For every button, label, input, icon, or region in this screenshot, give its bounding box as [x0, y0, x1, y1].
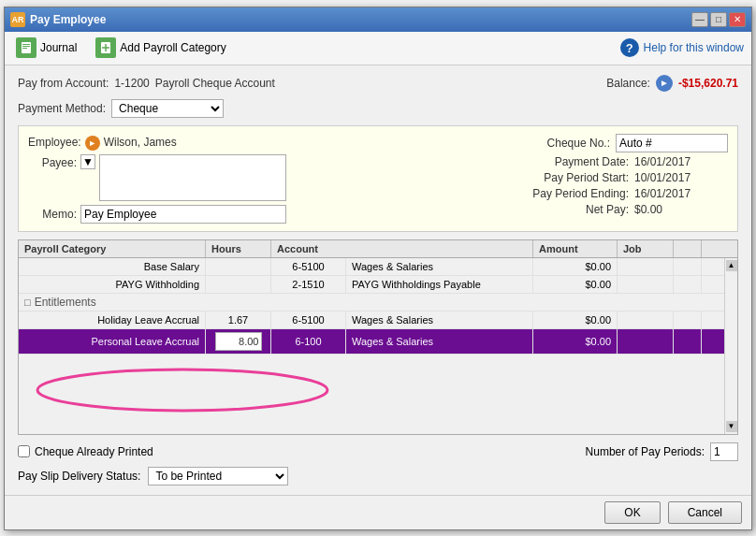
td-account-name: Wages & Salaries: [346, 258, 533, 275]
th-category: Payroll Category: [19, 240, 206, 257]
entitlement-header: □ Entitlements: [19, 294, 702, 311]
close-button[interactable]: ✕: [729, 12, 746, 27]
th-job: Job: [618, 240, 674, 257]
vertical-scrollbar[interactable]: ▲ ▼: [724, 258, 737, 434]
pay-from-name: Payroll Cheque Account: [155, 77, 275, 90]
employee-navigate-icon[interactable]: ►: [85, 136, 100, 151]
title-bar: AR Pay Employee — □ ✕: [5, 7, 751, 32]
td-account-name: Wages & Salaries: [346, 311, 533, 328]
td-job: [618, 258, 674, 275]
th-amount: Amount: [533, 240, 618, 257]
memo-input[interactable]: [80, 205, 286, 224]
window-title: Pay Employee: [30, 13, 106, 26]
collapse-icon[interactable]: □: [24, 297, 31, 308]
payment-date-row: Payment Date: 16/01/2017: [387, 155, 728, 168]
minimize-button[interactable]: —: [691, 12, 708, 27]
scroll-down-button[interactable]: ▼: [726, 421, 737, 432]
bottom-section: Cheque Already Printed Number of Pay Per…: [18, 442, 738, 485]
cheque-printed-row: Cheque Already Printed: [18, 445, 153, 458]
help-button[interactable]: ? Help for this window: [620, 38, 744, 57]
balance-amount: -$15,620.71: [678, 77, 738, 90]
bottom-row2: Pay Slip Delivery Status: To be Printed: [18, 467, 738, 485]
pay-from-row: Pay from Account: 1-1200 Payroll Cheque …: [18, 75, 738, 92]
cheque-no-label: Cheque No.:: [547, 137, 610, 150]
payee-textarea[interactable]: [99, 154, 286, 201]
balance-label: Balance:: [606, 77, 650, 90]
table-scroll-area: Base Salary 6-5100 Wages & Salaries $0.0…: [19, 258, 737, 434]
payment-method-label: Payment Method:: [18, 102, 106, 115]
pay-slip-label: Pay Slip Delivery Status:: [18, 470, 140, 483]
td-job: [618, 276, 674, 293]
pay-periods-input[interactable]: [710, 442, 738, 461]
balance-section: Balance: ► -$15,620.71: [606, 75, 738, 92]
window-icon: AR: [10, 12, 25, 27]
td-amount: $0.00: [533, 276, 618, 293]
balance-arrow-icon[interactable]: ►: [656, 75, 673, 92]
bottom-row1: Cheque Already Printed Number of Pay Per…: [18, 442, 738, 461]
net-pay-value: $0.00: [634, 203, 728, 216]
td-job: [618, 311, 674, 328]
payment-date-value: 16/01/2017: [634, 155, 728, 168]
toolbar-left: Journal Add Payroll Category: [12, 36, 230, 60]
journal-button[interactable]: Journal: [12, 36, 80, 60]
table-row[interactable]: PAYG Withholding 2-1510 PAYG Withholding…: [19, 276, 724, 294]
td-category: Base Salary: [19, 258, 206, 275]
td-account-code: 6-100: [271, 329, 346, 354]
cancel-button[interactable]: Cancel: [668, 501, 742, 524]
payment-method-select[interactable]: Cheque: [111, 99, 224, 118]
td-category: Holiday Leave Accrual: [19, 311, 206, 328]
footer: OK Cancel: [5, 495, 751, 529]
main-window: AR Pay Employee — □ ✕ Journal Add Payrol…: [4, 7, 752, 530]
th-extra: [674, 240, 702, 257]
memo-label: Memo:: [28, 208, 77, 221]
td-hours: 1.67: [206, 311, 271, 328]
td-hours: [206, 329, 271, 354]
table-row[interactable]: Holiday Leave Accrual 1.67 6-5100 Wages …: [19, 311, 724, 329]
add-payroll-icon: [95, 37, 116, 58]
table-inner: Base Salary 6-5100 Wages & Salaries $0.0…: [19, 258, 724, 434]
payee-row: Payee: ▼: [28, 154, 369, 201]
td-hours: [206, 276, 271, 293]
pay-period-start-label: Pay Period Start:: [544, 171, 629, 184]
td-category: PAYG Withholding: [19, 276, 206, 293]
hours-input[interactable]: [215, 332, 262, 351]
journal-label: Journal: [40, 41, 77, 54]
pay-from-label: Pay from Account:: [18, 77, 109, 90]
memo-row: Memo:: [28, 205, 369, 224]
add-payroll-label: Add Payroll Category: [120, 41, 225, 54]
td-extra: [674, 311, 702, 328]
pay-slip-select[interactable]: To be Printed: [148, 467, 288, 485]
table-row[interactable]: Base Salary 6-5100 Wages & Salaries $0.0…: [19, 258, 724, 276]
entitlement-label: Entitlements: [35, 296, 96, 309]
svg-rect-2: [22, 46, 30, 47]
cheque-printed-checkbox[interactable]: [18, 445, 30, 457]
maximize-button[interactable]: □: [710, 12, 727, 27]
pay-period-ending-label: Pay Period Ending:: [532, 187, 629, 200]
pay-periods-row: Number of Pay Periods:: [586, 442, 738, 461]
entitlement-section-header: □ Entitlements: [19, 294, 724, 311]
pay-period-ending-value: 16/01/2017: [634, 187, 728, 200]
help-label: Help for this window: [644, 41, 744, 54]
employee-name: Wilson, James: [104, 136, 177, 149]
add-payroll-button[interactable]: Add Payroll Category: [92, 36, 229, 60]
pay-period-start-value: 10/01/2017: [634, 171, 728, 184]
help-icon: ?: [620, 38, 639, 57]
td-account-code: 2-1510: [271, 276, 346, 293]
td-extra: [674, 258, 702, 275]
th-hours: Hours: [206, 240, 271, 257]
payroll-table: Payroll Category Hours Account Amount Jo…: [18, 239, 738, 435]
table-row-selected[interactable]: Personal Leave Accrual 6-100 Wages & Sal…: [19, 329, 724, 355]
scroll-up-button[interactable]: ▲: [726, 260, 737, 271]
svg-rect-3: [22, 48, 27, 49]
cheque-no-input[interactable]: [616, 134, 728, 152]
form-right: Cheque No.: Payment Date: 16/01/2017 Pay…: [387, 134, 728, 224]
title-bar-left: AR Pay Employee: [10, 12, 106, 27]
employee-label: Employee:: [28, 136, 81, 149]
cheque-no-row: Cheque No.:: [387, 134, 728, 152]
net-pay-label: Net Pay:: [586, 203, 629, 216]
ok-button[interactable]: OK: [604, 501, 660, 524]
title-bar-controls: — □ ✕: [691, 12, 746, 27]
toolbar: Journal Add Payroll Category ? Help for …: [5, 32, 751, 65]
payee-dropdown-button[interactable]: ▼: [80, 154, 95, 169]
td-account-name: PAYG Withholdings Payable: [346, 276, 533, 293]
